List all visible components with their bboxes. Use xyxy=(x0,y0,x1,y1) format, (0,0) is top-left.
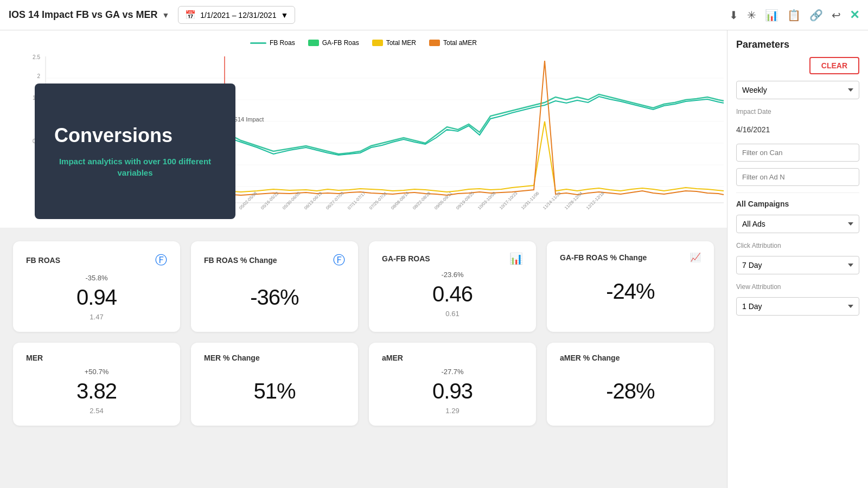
bar-chart-icon[interactable]: 📊 xyxy=(765,9,778,22)
title-dropdown-arrow[interactable]: ▼ xyxy=(162,11,169,20)
content-area: FB Roas GA-FB Roas Total MER Total aMER xyxy=(0,30,727,488)
impact-date-label: Impact Date xyxy=(736,108,859,115)
overlay-subtitle: Impact analytics with over 100 different… xyxy=(54,156,216,178)
metric-header: MER xyxy=(26,354,167,362)
svg-text:05/02-05/08: 05/02-05/08 xyxy=(238,190,258,210)
legend-color-total-mer xyxy=(372,40,383,46)
metric-card-fb-roas: FB ROAS Ⓕ -35.8% 0.94 1.47 xyxy=(13,241,180,332)
svg-text:07/11-07/17: 07/11-07/17 xyxy=(347,190,367,210)
facebook-icon: Ⓕ xyxy=(155,252,167,268)
metric-prev: 1.29 xyxy=(382,407,523,415)
metric-value: -28% xyxy=(560,379,701,403)
svg-text:09/05-09/11: 09/05-09/11 xyxy=(433,190,454,210)
metric-change xyxy=(560,268,701,276)
metric-prev: 1.47 xyxy=(26,313,167,321)
bar-chart-small-icon: 📈 xyxy=(690,252,701,262)
metric-prev xyxy=(204,313,345,321)
svg-text:10/31-11/06: 10/31-11/06 xyxy=(520,190,540,210)
metric-header: GA-FB ROAS 📊 xyxy=(382,252,523,265)
filter-ad-input[interactable] xyxy=(736,168,859,186)
metric-card-amer: aMER -27.7% 0.93 1.29 xyxy=(369,343,536,426)
metric-value: -36% xyxy=(204,285,345,310)
view-attribution-label: View Attribution xyxy=(736,283,859,291)
date-range-picker[interactable]: 📅 1/1/2021 – 12/31/2021 ▼ xyxy=(178,6,295,24)
clipboard-icon[interactable]: 📋 xyxy=(787,9,801,22)
metric-title: FB ROAS % Change xyxy=(204,256,277,265)
legend-item-fb-roas: FB Roas xyxy=(250,39,295,47)
facebook-icon: Ⓕ xyxy=(333,252,345,268)
refresh-icon[interactable]: ↩ xyxy=(832,9,841,22)
svg-text:11/14-11/20: 11/14-11/20 xyxy=(542,190,562,210)
svg-text:2: 2 xyxy=(37,73,40,79)
weekly-select[interactable]: Weekly Daily Monthly xyxy=(736,81,859,99)
metric-prev: 0.61 xyxy=(382,310,523,318)
impact-date-value: 4/16/2021 xyxy=(736,122,859,137)
overlay-card: Conversions Impact analytics with over 1… xyxy=(35,84,235,219)
metric-header: FB ROAS Ⓕ xyxy=(26,252,167,268)
date-dropdown-arrow: ▼ xyxy=(280,11,288,20)
metric-change: -35.8% xyxy=(26,274,167,282)
metric-card-fb-roas-pct: FB ROAS % Change Ⓕ -36% xyxy=(191,241,358,332)
svg-text:10/17-10/23: 10/17-10/23 xyxy=(499,190,519,210)
metric-title: GA-FB ROAS xyxy=(382,254,430,263)
legend-item-total-amer: Total aMER xyxy=(429,39,477,47)
metric-value: 0.94 xyxy=(26,285,167,310)
metric-title: MER xyxy=(26,354,43,362)
metric-prev: 2.54 xyxy=(26,407,167,415)
asterisk-icon[interactable]: ✳ xyxy=(747,9,756,22)
metric-card-amer-pct: aMER % Change -28% xyxy=(547,343,714,426)
filter-campaign-input[interactable] xyxy=(736,144,859,162)
link-icon[interactable]: 🔗 xyxy=(809,9,823,22)
header-icons: ⬇ ✳ 📊 📋 🔗 ↩ ✕ xyxy=(729,8,859,22)
metric-value: -24% xyxy=(560,279,701,304)
svg-text:2.5: 2.5 xyxy=(33,54,40,60)
clear-button[interactable]: CLEAR xyxy=(809,57,859,74)
metric-change xyxy=(204,274,345,282)
legend-color-total-amer xyxy=(429,40,440,46)
chart-legend: FB Roas GA-FB Roas Total MER Total aMER xyxy=(13,39,714,47)
bar-chart-icon: 📊 xyxy=(509,252,523,265)
parameters-sidebar: Parameters CLEAR Weekly Daily Monthly Im… xyxy=(727,30,868,488)
metric-prev xyxy=(560,407,701,415)
metric-value: 0.46 xyxy=(382,282,523,306)
all-campaigns-label: All Campaigns xyxy=(736,200,859,208)
svg-text:12/12-12/18: 12/12-12/18 xyxy=(585,190,605,210)
metric-header: FB ROAS % Change Ⓕ xyxy=(204,252,345,268)
metric-change: +50.7% xyxy=(26,368,167,376)
metric-change: -27.7% xyxy=(382,368,523,376)
metric-title: FB ROAS xyxy=(26,256,60,265)
metric-change xyxy=(560,368,701,376)
legend-item-total-mer: Total MER xyxy=(372,39,416,47)
chart-container: Conversions Impact analytics with over 1… xyxy=(13,51,714,219)
view-attribution-select[interactable]: 1 Day 7 Day xyxy=(736,297,859,316)
sidebar-title: Parameters xyxy=(736,39,859,50)
metric-value: 51% xyxy=(204,379,345,403)
all-ads-select[interactable]: All Ads xyxy=(736,215,859,233)
legend-color-fb-roas xyxy=(250,42,266,44)
sidebar-divider xyxy=(736,192,859,193)
metric-title: GA-FB ROAS % Change xyxy=(560,253,647,262)
legend-color-ga-fb-roas xyxy=(308,40,319,46)
chart-section: FB Roas GA-FB Roas Total MER Total aMER xyxy=(0,30,727,228)
metric-card-mer-pct: MER % Change 51% xyxy=(191,343,358,426)
metric-card-ga-fb-roas-pct: GA-FB ROAS % Change 📈 -24% xyxy=(547,241,714,332)
metric-card-ga-fb-roas: GA-FB ROAS 📊 -23.6% 0.46 0.61 xyxy=(369,241,536,332)
header: IOS 14 Impact FB vs GA vs MER ▼ 📅 1/1/20… xyxy=(0,0,868,30)
metric-header: GA-FB ROAS % Change 📈 xyxy=(560,252,701,262)
metric-title: aMER xyxy=(382,354,403,362)
metric-title: MER % Change xyxy=(204,354,260,362)
metric-prev xyxy=(204,407,345,415)
metrics-grid: FB ROAS Ⓕ -35.8% 0.94 1.47 FB ROAS % Cha… xyxy=(0,228,727,439)
metric-value: 3.82 xyxy=(26,379,167,403)
download-icon[interactable]: ⬇ xyxy=(729,9,738,22)
calendar-icon: 📅 xyxy=(185,10,196,20)
close-icon[interactable]: ✕ xyxy=(850,8,859,22)
metric-change xyxy=(204,368,345,376)
metric-title: aMER % Change xyxy=(560,354,620,362)
svg-text:10/03-10/09: 10/03-10/09 xyxy=(477,190,497,210)
metric-card-mer: MER +50.7% 3.82 2.54 xyxy=(13,343,180,426)
overlay-title: Conversions xyxy=(54,124,216,147)
metric-prev xyxy=(560,307,701,315)
metric-header: MER % Change xyxy=(204,354,345,362)
click-attribution-select[interactable]: 7 Day 1 Day 28 Day xyxy=(736,256,859,274)
